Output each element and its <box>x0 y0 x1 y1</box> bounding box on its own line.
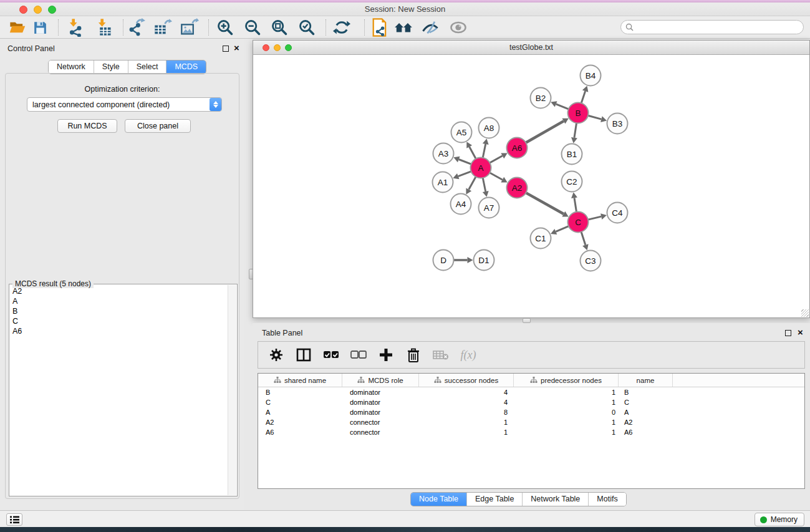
graph-edge[interactable] <box>574 198 577 213</box>
table-cell[interactable]: 0 <box>514 407 619 417</box>
graph-edge[interactable] <box>574 122 577 137</box>
mcds-result-item[interactable]: A6 <box>10 326 228 336</box>
memory-button[interactable]: Memory <box>755 513 804 526</box>
graph-node-A6[interactable]: A6 <box>507 138 528 158</box>
table-cell[interactable]: 1 <box>514 427 619 437</box>
graph-edge[interactable] <box>489 156 503 163</box>
graph-edge[interactable] <box>525 192 564 214</box>
tab-select[interactable]: Select <box>128 60 167 74</box>
mcds-result-item[interactable]: A2 <box>10 286 228 296</box>
tab-network[interactable]: Network <box>49 60 94 74</box>
graph-edge[interactable] <box>489 172 503 180</box>
save-session-button[interactable] <box>29 17 51 37</box>
graph-edge[interactable] <box>587 115 601 119</box>
close-traffic-light[interactable] <box>19 6 27 14</box>
table-row[interactable]: Adominator80A <box>258 407 804 417</box>
graph-edge[interactable] <box>469 176 476 190</box>
table-cell[interactable]: 4 <box>419 387 514 397</box>
task-history-button[interactable] <box>6 513 22 526</box>
graph-edge[interactable] <box>458 171 473 177</box>
mcds-result-item[interactable]: B <box>10 306 228 316</box>
tab-network-table[interactable]: Network Table <box>523 493 589 506</box>
search-box[interactable] <box>620 20 804 34</box>
table-cell[interactable]: dominator <box>342 397 419 407</box>
float-panel-icon[interactable] <box>223 46 229 52</box>
table-cell[interactable]: connector <box>342 417 419 427</box>
graph-edge[interactable] <box>556 226 569 232</box>
deselect-all-rows-button[interactable] <box>349 346 368 364</box>
tab-style[interactable]: Style <box>94 60 128 74</box>
graph-edge[interactable] <box>483 144 486 159</box>
search-input[interactable] <box>636 21 803 33</box>
table-row[interactable]: A6connector11A6 <box>258 427 804 437</box>
column-header-successor-nodes[interactable]: successor nodes <box>419 374 514 387</box>
visual-hide-button[interactable] <box>420 17 441 37</box>
graph-node-A1[interactable]: A1 <box>433 172 453 193</box>
table-cell[interactable]: C <box>619 397 673 407</box>
graph-node-A7[interactable]: A7 <box>479 198 499 218</box>
graph-node-A4[interactable]: A4 <box>451 194 471 215</box>
export-network-button[interactable] <box>125 17 147 37</box>
zoom-traffic-light[interactable] <box>285 44 292 51</box>
export-image-button[interactable] <box>179 17 200 37</box>
graph-edge[interactable] <box>525 121 564 143</box>
import-table-button[interactable] <box>93 17 114 37</box>
zoom-selected-button[interactable] <box>296 17 317 37</box>
column-header-predecessor-nodes[interactable]: predecessor nodes <box>514 374 619 387</box>
result-scrollbar[interactable] <box>228 285 236 495</box>
table-cell[interactable]: dominator <box>342 407 419 417</box>
close-panel-button[interactable]: Close panel <box>125 119 191 133</box>
close-panel-icon[interactable]: × <box>234 42 239 54</box>
float-panel-icon[interactable] <box>785 330 791 336</box>
table-cell[interactable]: 1 <box>419 427 514 437</box>
graph-node-C3[interactable]: C3 <box>581 251 601 271</box>
graph-node-A3[interactable]: A3 <box>433 143 454 164</box>
table-cell[interactable]: C <box>258 397 342 407</box>
table-cell[interactable]: dominator <box>342 387 419 397</box>
table-cell[interactable]: 8 <box>419 407 514 417</box>
import-network-button[interactable] <box>64 17 85 37</box>
select-all-rows-button[interactable] <box>322 346 340 364</box>
table-cell[interactable]: 1 <box>514 387 619 397</box>
refresh-view-button[interactable] <box>331 17 352 37</box>
table-settings-button[interactable] <box>267 346 286 364</box>
mcds-result-item[interactable]: C <box>10 316 228 326</box>
table-cell[interactable]: A2 <box>258 417 342 427</box>
graph-edge[interactable] <box>587 216 601 220</box>
column-header-shared-name[interactable]: shared name <box>258 374 342 387</box>
tab-edge-table[interactable]: Edge Table <box>467 493 523 506</box>
graph-edge[interactable] <box>470 147 476 160</box>
graph-node-C[interactable]: C <box>568 212 589 233</box>
tab-mcds[interactable]: MCDS <box>166 60 206 74</box>
mcds-result-item[interactable]: A <box>10 296 228 306</box>
tab-motifs[interactable]: Motifs <box>589 493 625 506</box>
network-canvas[interactable]: B4B2BB3A8A5A6A3B1AA1C2A2A4A7C4CC1C3DD1 <box>253 55 809 317</box>
graph-edge[interactable] <box>556 104 570 110</box>
network-from-document-button[interactable] <box>369 17 390 37</box>
graph-node-D[interactable]: D <box>433 250 454 271</box>
graph-node-B[interactable]: B <box>568 103 589 123</box>
close-panel-icon[interactable]: × <box>798 327 803 338</box>
optimization-criterion-select[interactable]: largest connected component (directed) <box>27 97 222 112</box>
graph-node-A8[interactable]: A8 <box>479 118 499 138</box>
show-graphics-button[interactable] <box>448 17 469 37</box>
graph-node-A2[interactable]: A2 <box>507 178 528 198</box>
minimize-traffic-light[interactable] <box>274 44 281 51</box>
table-cell[interactable]: B <box>619 387 673 397</box>
column-header-mcds-role[interactable]: MCDS role <box>342 374 419 387</box>
zoom-in-button[interactable] <box>215 17 236 37</box>
home-button[interactable] <box>393 17 414 37</box>
run-mcds-button[interactable]: Run MCDS <box>57 119 117 133</box>
zoom-traffic-light[interactable] <box>48 6 56 14</box>
table-cell[interactable]: A <box>258 407 342 417</box>
table-cell[interactable]: A6 <box>619 427 673 437</box>
column-visibility-button[interactable] <box>294 346 313 364</box>
graph-node-C1[interactable]: C1 <box>531 228 551 249</box>
table-row[interactable]: Bdominator41B <box>258 387 804 397</box>
graph-edge[interactable] <box>483 177 486 191</box>
table-cell[interactable]: 1 <box>514 397 619 407</box>
graph-node-B2[interactable]: B2 <box>531 88 551 109</box>
table-row[interactable]: A2connector11A2 <box>258 417 804 427</box>
close-traffic-light[interactable] <box>263 44 269 51</box>
table-row[interactable]: Cdominator41C <box>258 397 804 407</box>
